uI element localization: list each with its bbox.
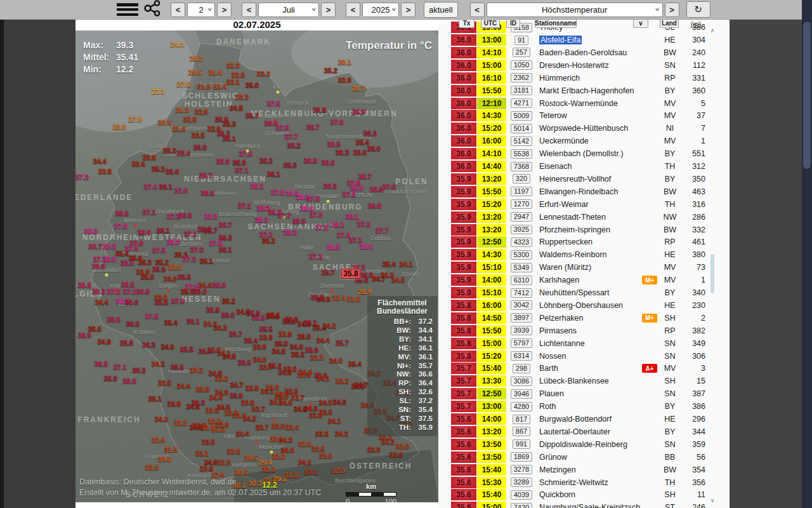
temp-label[interactable]: 32.0 xyxy=(332,467,345,474)
station-id-button[interactable]: 1270 xyxy=(511,199,532,209)
temp-label[interactable]: 37.4 xyxy=(337,231,350,239)
temp-label[interactable]: 33.7 xyxy=(259,363,273,371)
station-name-cell[interactable]: Schmieritz-Weltwitz xyxy=(539,477,641,488)
temp-label[interactable]: 32.5 xyxy=(227,448,240,455)
station-name-cell[interactable]: Pirmasens xyxy=(539,325,641,337)
temp-label[interactable]: 30.8 xyxy=(158,455,171,463)
temp-label[interactable]: 35.9 xyxy=(247,309,260,317)
temp-label[interactable]: 33.9 xyxy=(278,330,292,338)
day-select[interactable]: 2 ∨ xyxy=(187,3,215,17)
station-id-button[interactable]: 91 xyxy=(514,36,528,45)
temp-label[interactable]: 31.8 xyxy=(197,83,211,90)
table-row[interactable]: 36.013:0091Alsfeld-EifaHE304 xyxy=(444,34,730,46)
temp-label[interactable]: 28.0 xyxy=(113,123,126,131)
station-name-cell[interactable]: Rostock-Warnemünde xyxy=(539,98,641,109)
temp-label[interactable]: 34.0 xyxy=(279,399,292,406)
table-row[interactable]: 35.915:501197Ellwangen-RindelbachBW463 xyxy=(444,186,730,197)
table-row[interactable]: 36.014:305009TeterowMV37 xyxy=(444,110,730,121)
temp-label[interactable]: 34.4 xyxy=(93,157,107,165)
temp-label[interactable]: 38.1 xyxy=(346,213,359,220)
month-prev-button[interactable]: < xyxy=(242,3,256,17)
temp-label[interactable]: 35.6 xyxy=(353,149,367,156)
station-name-cell[interactable]: Neuhütten/Spessart xyxy=(539,287,641,298)
temp-label[interactable]: 36.1 xyxy=(223,135,236,142)
table-row[interactable]: 36.015:205014Worpswede-HüttenbuschNI7 xyxy=(444,123,730,134)
temp-label[interactable]: 24.4 xyxy=(171,41,184,48)
table-row[interactable]: 35.816:003042Löhnberg-ObershausenHE230 xyxy=(444,300,730,311)
temp-label[interactable]: 38.5 xyxy=(327,243,340,251)
temp-label[interactable]: 33.7 xyxy=(252,405,265,413)
temp-label[interactable]: 37.6 xyxy=(310,211,323,218)
table-row[interactable]: 36.015:001050Dresden-HosterwitzSN112 xyxy=(444,60,730,71)
table-row[interactable]: 35.712:503946PlauenSN387 xyxy=(444,388,730,399)
temp-label[interactable]: 36.8 xyxy=(370,185,383,193)
parameter-select[interactable]: Höchsttemperatur ∨ xyxy=(487,3,663,17)
table-row[interactable]: 35.915:201270Erfurt-WeimarTH316 xyxy=(444,199,730,210)
temp-label[interactable]: 34.7 xyxy=(372,275,386,283)
temp-label[interactable]: 37.3 xyxy=(309,253,322,260)
temp-label[interactable]: 34.2 xyxy=(323,322,336,330)
station-name-cell[interactable]: Roth xyxy=(539,401,641,412)
temp-label[interactable]: 36.5 xyxy=(327,140,341,148)
temp-label[interactable]: 32.5 xyxy=(218,458,231,466)
temp-label[interactable]: 36.7 xyxy=(306,123,320,131)
temp-label[interactable]: 35.8 xyxy=(120,339,133,347)
table-row[interactable]: 35.614:00817Burgwald-BottendorfHE296 xyxy=(444,413,730,425)
temp-label[interactable]: 32.4 xyxy=(332,294,346,302)
temp-label[interactable]: 37.3 xyxy=(167,213,180,220)
temp-label[interactable]: 33.8 xyxy=(167,400,181,408)
table-row[interactable]: 35.615:303289Schmieritz-WeltwitzTH356 xyxy=(444,477,730,488)
temp-label[interactable]: 35.0 xyxy=(298,333,311,340)
page-scrollbar-thumb[interactable] xyxy=(803,22,811,169)
temp-label[interactable]: 32.3 xyxy=(226,62,240,69)
temp-label[interactable]: 36.5 xyxy=(322,159,335,166)
temp-label[interactable]: 32.4 xyxy=(201,424,214,431)
temp-label[interactable]: 33.8 xyxy=(143,154,156,161)
temp-label[interactable]: 33.5 xyxy=(202,438,215,446)
station-id-button[interactable]: 3946 xyxy=(511,389,532,399)
temp-label[interactable]: 36.8 xyxy=(92,288,105,295)
station-id-button[interactable]: 3181 xyxy=(511,86,532,95)
temp-label[interactable]: 35.2 xyxy=(222,297,235,305)
table-row[interactable]: 35.914:305300Waldems-ReinbornHE380 xyxy=(444,249,730,260)
station-id-button[interactable]: 320 xyxy=(513,174,530,184)
table-row[interactable]: 35.913:20320Heinersreuth-VollhofBY350 xyxy=(444,173,730,185)
temp-label[interactable]: 37.0 xyxy=(171,297,185,305)
station-name-cell[interactable]: Pelzerhaken xyxy=(539,312,641,324)
temp-label[interactable]: 35.4 xyxy=(164,319,178,326)
station-name-cell[interactable]: Burgwald-Bottendorf xyxy=(539,413,641,425)
temp-label[interactable]: 27.6 xyxy=(177,81,190,88)
table-row[interactable]: 36.014:105538Wielenbach (Demollstr.)BY55… xyxy=(444,148,730,159)
temp-label[interactable]: 36.6 xyxy=(201,189,214,197)
temp-label[interactable]: 30.8 xyxy=(168,264,181,271)
temp-label[interactable]: 36.8 xyxy=(92,262,105,270)
temp-label[interactable]: 36.0 xyxy=(125,298,138,306)
station-id-button[interactable]: 5142 xyxy=(511,137,532,146)
temp-label[interactable]: 33.6 xyxy=(158,379,171,387)
temp-label[interactable]: 28.2 xyxy=(190,55,203,62)
temp-label[interactable]: 34.6 xyxy=(317,295,331,303)
temp-label[interactable]: 34.3 xyxy=(204,320,217,328)
temp-label[interactable]: 37.1 xyxy=(184,230,197,237)
temp-label[interactable]: 35.8 xyxy=(155,298,168,306)
temp-label[interactable]: 36.0 xyxy=(193,144,207,151)
table-row[interactable]: 36.015:503181Markt Erlbach-HagenhofenBY3… xyxy=(444,85,730,97)
temp-label[interactable]: 30.5 xyxy=(158,119,171,126)
temp-label[interactable]: 33.2 xyxy=(190,366,203,374)
station-id-button[interactable]: 1869 xyxy=(511,452,532,462)
temp-label[interactable]: 37.3 xyxy=(183,255,196,263)
temp-label[interactable]: 37.5 xyxy=(152,246,166,254)
temp-label[interactable]: 33.0 xyxy=(319,452,332,460)
temp-label[interactable]: 31.4 xyxy=(209,69,222,76)
temp-label[interactable]: 36.8 xyxy=(136,288,150,295)
temp-label[interactable]: 36.9 xyxy=(78,281,91,289)
table-row[interactable]: 36.014:407368EisenachTH312 xyxy=(444,161,730,172)
temp-label[interactable]: 36.1 xyxy=(187,318,200,325)
temp-label[interactable]: 35.7 xyxy=(229,330,242,338)
table-row[interactable]: 36.016:102362HümmerichRP331 xyxy=(444,72,730,84)
temp-label[interactable]: 36.7 xyxy=(358,173,372,180)
station-name-cell[interactable]: Lennestadt-Theten xyxy=(539,211,641,223)
station-id-button[interactable]: 2947 xyxy=(511,212,532,222)
table-row[interactable]: 35.814:503897PelzerhakenM+SH2 xyxy=(444,312,730,324)
temp-label[interactable]: 37.2 xyxy=(259,231,273,238)
